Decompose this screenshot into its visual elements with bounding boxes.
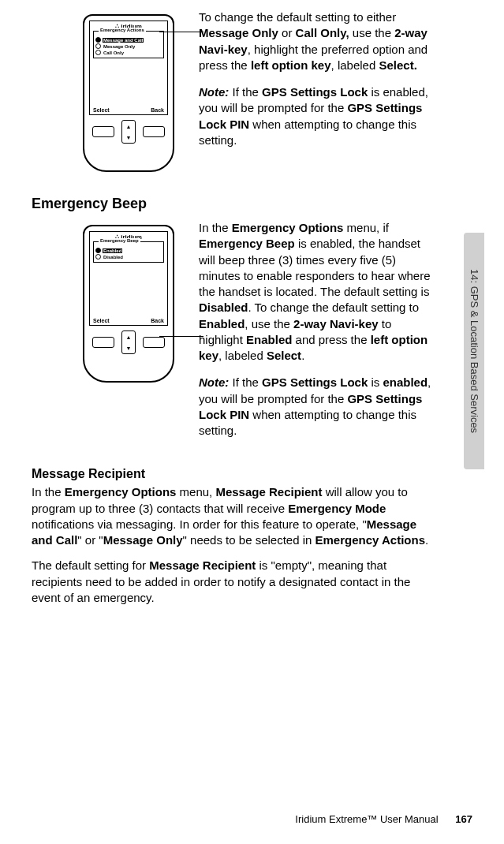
left-softkey-button — [92, 126, 114, 137]
navi-key: ▲▼ — [121, 120, 136, 144]
right-softkey-button — [143, 126, 165, 137]
section-2-text: In the Emergency Options menu, if Emerge… — [199, 220, 438, 450]
side-tab-text: 14: GPS & Location Based Services — [469, 269, 480, 433]
page-number: 167 — [455, 813, 472, 825]
pointer-line-1 — [159, 32, 203, 32]
device-illustration-2: iridium Emergency Beep Enabled Disabled … — [32, 220, 189, 390]
menu-title-1: Emergency Actions — [99, 28, 146, 32]
right-softkey-button-2 — [143, 337, 165, 348]
softkey-right-1: Back — [151, 107, 164, 113]
left-softkey-button-2 — [92, 337, 114, 348]
menu-item-1a: Message and Call — [95, 37, 162, 43]
menu-item-1c: Call Only — [95, 50, 162, 55]
navi-key-2: ▲▼ — [121, 331, 136, 354]
device-illustration-1: iridium Emergency Actions Message and Ca… — [32, 9, 189, 180]
side-tab: 14: GPS & Location Based Services — [464, 233, 484, 469]
pointer-line-2 — [159, 336, 203, 337]
section-1-text: To change the default setting to either … — [199, 9, 438, 159]
softkey-right-2: Back — [151, 318, 164, 323]
footer-title: Iridium Extreme™ User Manual — [295, 813, 438, 825]
heading-emergency-beep: Emergency Beep — [32, 196, 438, 212]
section-3-text: In the Emergency Options menu, Message R… — [32, 484, 438, 606]
menu-item-2a: Enabled — [95, 248, 162, 253]
heading-message-recipient: Message Recipient — [32, 467, 438, 481]
softkey-left-2: Select — [93, 318, 110, 323]
menu-item-2b: Disabled — [95, 254, 162, 260]
menu-title-2: Emergency Beep — [99, 238, 140, 243]
device-screen-2: iridium Emergency Beep Enabled Disabled … — [89, 231, 168, 326]
page-footer: Iridium Extreme™ User Manual 167 — [295, 813, 472, 825]
softkey-left-1: Select — [93, 107, 110, 113]
menu-item-1b: Message Only — [95, 43, 162, 49]
device-screen-1: iridium Emergency Actions Message and Ca… — [89, 21, 168, 115]
